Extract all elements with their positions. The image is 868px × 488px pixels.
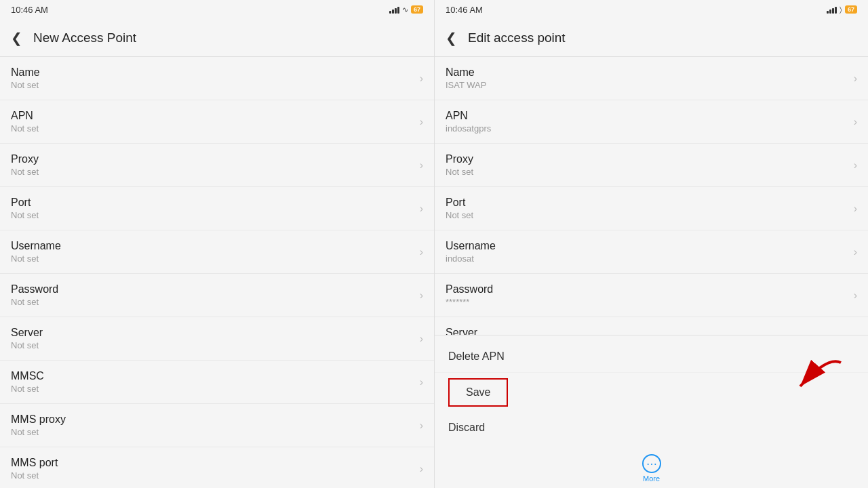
list-item[interactable]: MMSC Not set › xyxy=(0,361,434,404)
item-value: indosatgprs xyxy=(446,123,491,134)
left-wifi-icon: ∿ xyxy=(402,5,408,14)
chevron-icon: › xyxy=(420,289,423,302)
left-battery: 67 xyxy=(411,5,423,14)
left-back-button[interactable]: ❮ xyxy=(11,30,22,46)
item-label: Proxy xyxy=(11,153,39,165)
item-label: APN xyxy=(446,110,491,122)
chevron-icon: › xyxy=(854,246,857,258)
right-phone: 10:46 AM 〉 67 ❮ Edit access point Name xyxy=(434,0,868,488)
left-header: ❮ New Access Point xyxy=(0,19,434,57)
right-back-button[interactable]: ❮ xyxy=(446,30,457,46)
save-button-wrapper: Save xyxy=(435,373,868,412)
item-value: Not set xyxy=(11,340,43,350)
item-label: Server xyxy=(11,327,43,339)
item-value: indosat xyxy=(446,253,496,264)
item-label: Port xyxy=(446,197,473,209)
list-item[interactable]: Username Not set › xyxy=(0,230,434,274)
list-item[interactable]: Server Not set › xyxy=(0,317,434,361)
item-value: Not set xyxy=(11,167,39,177)
more-label: More xyxy=(643,474,660,483)
item-value: ******* xyxy=(446,297,493,307)
list-item[interactable]: Proxy Not set › xyxy=(435,144,868,187)
chevron-icon: › xyxy=(420,73,423,85)
chevron-icon: › xyxy=(420,376,423,388)
chevron-icon: › xyxy=(420,203,423,215)
chevron-icon: › xyxy=(420,159,423,171)
list-item[interactable]: Name ISAT WAP › xyxy=(435,57,868,100)
right-bottom-menu: Delete APN Save Discard xyxy=(435,335,868,449)
item-label: Server xyxy=(446,327,477,335)
item-value: Not set xyxy=(446,210,473,220)
save-button[interactable]: Save xyxy=(448,378,508,407)
list-item[interactable]: APN Not set › xyxy=(0,100,434,144)
left-list: Name Not set › APN Not set › Proxy Not s… xyxy=(0,57,434,488)
item-value: Not set xyxy=(11,123,39,134)
item-value: Not set xyxy=(11,470,58,481)
item-value: Not set xyxy=(11,80,40,90)
item-label: APN xyxy=(11,110,39,122)
chevron-icon: › xyxy=(420,463,423,475)
item-label: MMS port xyxy=(11,457,58,469)
item-value: Not set xyxy=(11,297,58,307)
item-value: Not set xyxy=(11,210,39,220)
list-item[interactable]: MMS proxy Not set › xyxy=(0,404,434,447)
right-status-icons: 〉 67 xyxy=(827,5,857,14)
right-status-bar: 10:46 AM 〉 67 xyxy=(435,0,868,19)
item-label: MMS proxy xyxy=(11,413,66,426)
item-value: Not set xyxy=(11,253,61,264)
chevron-icon: › xyxy=(420,116,423,128)
item-label: Proxy xyxy=(446,153,473,165)
item-label: Username xyxy=(446,240,496,252)
chevron-icon: › xyxy=(854,73,857,85)
chevron-icon: › xyxy=(854,116,857,128)
left-signal-icon xyxy=(389,5,399,14)
list-item[interactable]: Server Not set › xyxy=(435,317,868,335)
chevron-icon: › xyxy=(420,333,423,345)
list-item[interactable]: Name Not set › xyxy=(0,57,434,100)
left-phone: 10:46 AM ∿ 67 ❮ New Access Point Name xyxy=(0,0,434,488)
chevron-icon: › xyxy=(854,159,857,171)
chevron-icon: › xyxy=(854,203,857,215)
right-time: 10:46 AM xyxy=(446,5,483,15)
item-value: Not set xyxy=(446,167,473,177)
list-item[interactable]: Port Not set › xyxy=(0,187,434,230)
item-label: Password xyxy=(446,283,493,296)
item-label: MMSC xyxy=(11,370,44,382)
chevron-icon: › xyxy=(854,289,857,302)
list-item[interactable]: APN indosatgprs › xyxy=(435,100,868,144)
right-battery: 67 xyxy=(845,5,857,14)
right-signal-icon xyxy=(827,5,837,14)
more-section[interactable]: ⋯ More xyxy=(435,449,868,488)
left-time: 10:46 AM xyxy=(11,5,48,15)
list-item[interactable]: Proxy Not set › xyxy=(0,144,434,187)
discard-button[interactable]: Discard xyxy=(435,412,868,443)
right-list: Name ISAT WAP › APN indosatgprs › Proxy … xyxy=(435,57,868,335)
right-wifi-icon: 〉 xyxy=(840,5,842,14)
item-label: Name xyxy=(11,66,40,79)
item-label: Port xyxy=(11,197,39,209)
list-item[interactable]: Password Not set › xyxy=(0,274,434,317)
list-item[interactable]: Port Not set › xyxy=(435,187,868,230)
chevron-icon: › xyxy=(420,246,423,258)
item-label: Password xyxy=(11,283,58,296)
list-item[interactable]: MMS port Not set › xyxy=(0,447,434,488)
right-page-title: Edit access point xyxy=(468,30,566,45)
left-page-title: New Access Point xyxy=(33,30,136,45)
more-circle-icon: ⋯ xyxy=(642,454,661,473)
item-label: Username xyxy=(11,240,61,252)
item-value: Not set xyxy=(11,384,44,394)
item-value: Not set xyxy=(11,427,66,437)
right-header: ❮ Edit access point xyxy=(435,19,868,57)
item-value: ISAT WAP xyxy=(446,80,486,90)
delete-apn-button[interactable]: Delete APN xyxy=(435,341,868,373)
list-item[interactable]: Password ******* › xyxy=(435,274,868,317)
left-status-icons: ∿ 67 xyxy=(389,5,423,14)
item-label: Name xyxy=(446,66,486,79)
left-status-bar: 10:46 AM ∿ 67 xyxy=(0,0,434,19)
chevron-icon: › xyxy=(420,420,423,432)
list-item[interactable]: Username indosat › xyxy=(435,230,868,274)
